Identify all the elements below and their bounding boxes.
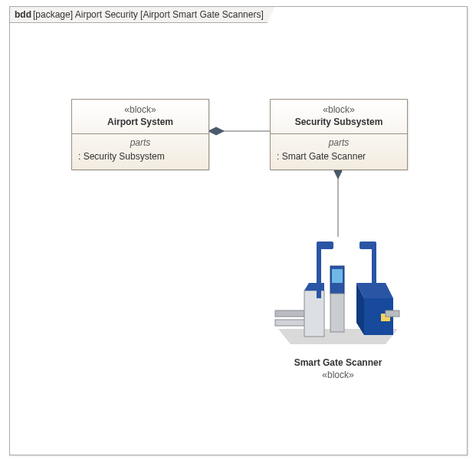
svg-marker-8 xyxy=(304,283,324,291)
connectors xyxy=(10,7,467,455)
svg-marker-1 xyxy=(208,127,224,135)
parts-label: parts xyxy=(78,137,202,148)
block-parts-compartment: parts : Security Subsystem xyxy=(72,134,208,169)
block-stereotype: «block» xyxy=(271,370,405,380)
block-airport-system[interactable]: «block» Airport System parts : Security … xyxy=(71,99,209,170)
block-name: Airport System xyxy=(75,117,205,127)
block-name: Smart Gate Scanner xyxy=(271,357,405,368)
svg-rect-10 xyxy=(317,242,333,249)
block-stereotype: «block» xyxy=(75,104,205,115)
block-name: Security Subsystem xyxy=(274,117,404,127)
parts-value: : Security Subsystem xyxy=(78,151,202,162)
svg-rect-20 xyxy=(386,310,399,317)
frame-title: bdd [package] Airport Security [Airport … xyxy=(9,6,275,23)
block-security-subsystem[interactable]: «block» Security Subsystem parts : Smart… xyxy=(270,99,408,170)
parts-value: : Smart Gate Scanner xyxy=(277,151,401,162)
frame-label: [package] Airport Security [Airport Smar… xyxy=(33,7,264,22)
block-smart-gate-scanner[interactable]: Smart Gate Scanner «block» xyxy=(271,237,405,380)
block-parts-compartment: parts : Smart Gate Scanner xyxy=(271,134,407,169)
diagram-canvas: bdd [package] Airport Security [Airport … xyxy=(0,0,476,460)
block-header: «block» Airport System xyxy=(72,100,208,134)
svg-rect-9 xyxy=(317,245,321,298)
svg-rect-12 xyxy=(332,269,343,283)
smart-gate-scanner-image xyxy=(271,237,405,352)
svg-rect-7 xyxy=(304,291,324,337)
svg-rect-13 xyxy=(330,294,344,332)
diagram-frame: bdd [package] Airport Security [Airport … xyxy=(9,6,468,455)
frame-prefix: bdd xyxy=(15,7,31,22)
parts-label: parts xyxy=(277,137,401,148)
block-header: «block» Security Subsystem xyxy=(271,100,407,134)
block-stereotype: «block» xyxy=(274,104,404,115)
